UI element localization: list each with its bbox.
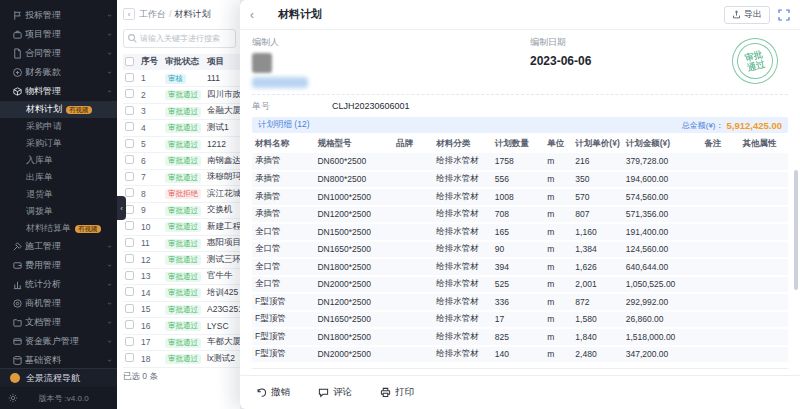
select-all-checkbox[interactable]	[125, 57, 134, 66]
fullscreen-icon[interactable]	[778, 9, 790, 21]
cell-amount: 191,400.00	[623, 223, 702, 241]
breadcrumb-current: 材料计划	[175, 8, 211, 21]
detail-row[interactable]: F型顶管DN1800*2500给排水管材825m1,8401,518,000.0…	[252, 328, 788, 346]
sidebar-submenu: 材料计划有视频采购申请采购订单入库单出库单退货单调拨单材料结算单有视频	[0, 101, 117, 237]
cell-brand	[393, 346, 433, 364]
cell-serial: 1	[139, 70, 163, 87]
sidebar-subitem-settlement[interactable]: 材料结算单有视频	[0, 220, 117, 237]
cell-spec: DN1000*2500	[314, 188, 393, 206]
row-checkbox[interactable]	[125, 172, 134, 181]
detail-row[interactable]: F型顶管DN1650*2500给排水管材17m1,58026,860.00	[252, 311, 788, 329]
sidebar-menu: 投标管理›项目管理›合同管理›财务账款›物料管理›材料计划有视频采购申请采购订单…	[0, 0, 117, 389]
print-button[interactable]: 打印	[380, 386, 414, 399]
sidebar-item-funds[interactable]: 资金账户管理›	[0, 332, 117, 351]
cell-unit: m	[544, 258, 572, 276]
cell-remark	[701, 171, 739, 189]
detail-row[interactable]: 承插管DN1000*2500给排水管材1008m570574,560.00	[252, 188, 788, 206]
detail-row[interactable]: 全口管DN1500*2500给排水管材165m1,160191,400.00	[252, 223, 788, 241]
flow-nav-button[interactable]: 全景流程导航	[0, 368, 117, 387]
sidebar-collapse-handle[interactable]: ‹	[117, 196, 126, 220]
sidebar-item-project[interactable]: 项目管理›	[0, 25, 117, 44]
breadcrumb-root[interactable]: 工作台	[139, 8, 166, 21]
export-button[interactable]: 导出	[724, 6, 770, 24]
detail-row[interactable]: 全口管DN2000*2500给排水管材525m2,0011,050,525.00	[252, 276, 788, 294]
status-badge: 审批通过	[165, 107, 201, 117]
sidebar-subitem-return[interactable]: 退货单	[0, 186, 117, 203]
cell-remark	[701, 206, 739, 224]
row-checkbox[interactable]	[125, 139, 134, 148]
row-checkbox[interactable]	[125, 73, 134, 82]
row-checkbox[interactable]	[125, 320, 134, 329]
row-checkbox[interactable]	[125, 304, 134, 313]
sidebar-item-business[interactable]: 商机管理›	[0, 294, 117, 313]
row-checkbox[interactable]	[125, 89, 134, 98]
detail-body: 承插管DN600*2500给排水管材1758m216379,728.00承插管D…	[252, 153, 788, 363]
detail-row[interactable]: 承插管DN1200*2500给排水管材708m807571,356.00	[252, 206, 788, 224]
sidebar-item-stats[interactable]: 统计分析›	[0, 275, 117, 294]
cell-qty: 140	[492, 346, 544, 364]
search-input[interactable]	[123, 29, 236, 48]
sidebar-item-finance[interactable]: 财务账款›	[0, 63, 117, 82]
sidebar-subitem-purchase-request[interactable]: 采购申请	[0, 118, 117, 135]
sidebar-item-expense[interactable]: 费用管理›	[0, 256, 117, 275]
sidebar-item-bid[interactable]: 投标管理›	[0, 6, 117, 25]
date-value: 2023-06-06	[530, 54, 591, 68]
row-checkbox[interactable]	[125, 122, 134, 131]
gear-icon[interactable]	[8, 393, 18, 403]
table-scrollbar[interactable]	[794, 170, 798, 290]
sidebar-subitem-label: 出库单	[26, 171, 53, 184]
row-checkbox[interactable]	[125, 287, 134, 296]
sidebar-subitem-outbound[interactable]: 出库单	[0, 169, 117, 186]
row-checkbox[interactable]	[125, 155, 134, 164]
cell-remark	[701, 346, 739, 364]
detail-row[interactable]: 全口管DN1800*2500给排水管材394m1,626640,644.00	[252, 258, 788, 276]
breadcrumb-back-icon[interactable]: ‹	[123, 8, 135, 20]
cell-remark	[701, 241, 739, 259]
row-checkbox[interactable]	[125, 353, 134, 362]
detail-row[interactable]: F型顶管DN2000*2500给排水管材140m2,480347,200.00	[252, 346, 788, 364]
sidebar-subitem-label: 材料计划	[26, 103, 62, 116]
sidebar-item-label: 费用管理	[25, 259, 108, 272]
cell-other	[740, 206, 788, 224]
detail-col-9: 其他属性	[740, 135, 788, 153]
expense-icon	[12, 260, 25, 271]
cell-serial: 13	[139, 268, 163, 285]
status-badge: 审批通过	[165, 123, 201, 133]
row-checkbox[interactable]	[125, 337, 134, 346]
cell-price: 1,626	[572, 258, 622, 276]
cell-qty: 90	[492, 241, 544, 259]
row-checkbox[interactable]	[125, 254, 134, 263]
detail-col-8: 备注	[701, 135, 739, 153]
row-checkbox[interactable]	[125, 271, 134, 280]
cell-other	[740, 223, 788, 241]
drawer-back-icon[interactable]: ‹	[250, 8, 254, 22]
detail-row[interactable]: F型顶管DN1200*2500给排水管材336m872292,992.00	[252, 293, 788, 311]
cell-name: F型顶管	[252, 293, 314, 311]
sidebar-item-materials[interactable]: 物料管理›	[0, 82, 117, 101]
version-label: 版本号 :v4.0.0	[18, 393, 109, 404]
row-checkbox[interactable]	[125, 221, 134, 230]
row-checkbox[interactable]	[125, 106, 134, 115]
row-checkbox[interactable]	[125, 188, 134, 197]
row-checkbox[interactable]	[125, 205, 134, 214]
sidebar-item-construction[interactable]: 施工管理›	[0, 237, 117, 256]
row-checkbox[interactable]	[125, 238, 134, 247]
total-amount-label: 总金额(¥)：	[682, 120, 724, 131]
sidebar-item-label: 基础资料	[25, 354, 108, 367]
detail-row[interactable]: 承插管DN800*2500给排水管材556m350194,600.00	[252, 171, 788, 189]
sidebar-item-contract[interactable]: 合同管理›	[0, 44, 117, 63]
cell-amount: 1,050,525.00	[623, 276, 702, 294]
cell-price: 1,384	[572, 241, 622, 259]
sidebar-subitem-purchase-order[interactable]: 采购订单	[0, 135, 117, 152]
undo-button[interactable]: 撤销	[256, 386, 290, 399]
cell-brand	[393, 188, 433, 206]
sidebar-subitem-plan[interactable]: 材料计划有视频	[0, 101, 117, 118]
sidebar-item-docs[interactable]: 文档管理›	[0, 313, 117, 332]
sidebar-subitem-transfer[interactable]: 调拨单	[0, 203, 117, 220]
sidebar-subitem-inbound[interactable]: 入库单	[0, 152, 117, 169]
comment-button[interactable]: 评论	[318, 386, 352, 399]
cell-remark	[701, 258, 739, 276]
cell-amount: 194,600.00	[623, 171, 702, 189]
detail-row[interactable]: 承插管DN600*2500给排水管材1758m216379,728.00	[252, 153, 788, 171]
detail-row[interactable]: 全口管DN1650*2500给排水管材90m1,384124,560.00	[252, 241, 788, 259]
